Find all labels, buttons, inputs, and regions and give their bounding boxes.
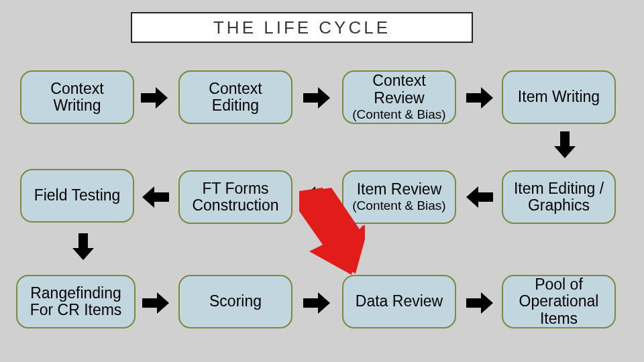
node-context-writing: Context Writing xyxy=(20,70,134,124)
node-sublabel: (Content & Bias) xyxy=(352,108,445,122)
arrow-down-icon xyxy=(72,233,94,260)
node-label: Rangefinding For CR Items xyxy=(21,285,130,319)
arrow-right-icon xyxy=(141,87,168,109)
node-label: Pool of Operational Items xyxy=(507,276,610,327)
node-label: Data Review xyxy=(356,293,443,310)
node-scoring: Scoring xyxy=(178,275,292,328)
node-label: Item Editing / Graphics xyxy=(507,180,610,215)
node-field-testing: Field Testing xyxy=(20,169,134,223)
arrow-right-icon xyxy=(303,292,330,314)
node-item-writing: Item Writing xyxy=(502,70,616,124)
node-label: Item Review xyxy=(357,181,442,198)
arrow-left-icon xyxy=(466,186,493,208)
node-pool-operational: Pool of Operational Items xyxy=(502,275,616,328)
arrow-left-icon xyxy=(303,186,330,208)
title-box: THE LIFE CYCLE xyxy=(131,12,473,43)
node-label: Context Editing xyxy=(184,80,287,115)
node-label: FT Forms Construction xyxy=(184,180,287,215)
node-label: Scoring xyxy=(209,293,262,310)
arrow-down-icon xyxy=(554,131,576,158)
arrow-right-icon xyxy=(466,87,493,109)
arrow-right-icon xyxy=(303,87,330,109)
arrow-right-icon xyxy=(142,292,169,314)
node-label: Item Writing xyxy=(518,88,600,105)
node-rangefinding: Rangefinding For CR Items xyxy=(16,275,136,328)
node-sublabel: (Content & Bias) xyxy=(352,199,445,213)
node-context-review: Context Review (Content & Bias) xyxy=(342,70,456,124)
node-data-review: Data Review xyxy=(342,275,456,328)
node-context-editing: Context Editing xyxy=(178,70,292,124)
arrow-right-icon xyxy=(466,292,493,314)
node-item-review: Item Review (Content & Bias) xyxy=(342,170,456,224)
node-label: Context Review xyxy=(347,72,451,107)
arrow-left-icon xyxy=(142,186,169,208)
node-label: Field Testing xyxy=(34,187,121,204)
node-ft-forms: FT Forms Construction xyxy=(178,170,292,224)
node-label: Context Writing xyxy=(25,80,129,115)
page-title: THE LIFE CYCLE xyxy=(213,17,390,38)
node-item-editing: Item Editing / Graphics xyxy=(502,170,616,224)
